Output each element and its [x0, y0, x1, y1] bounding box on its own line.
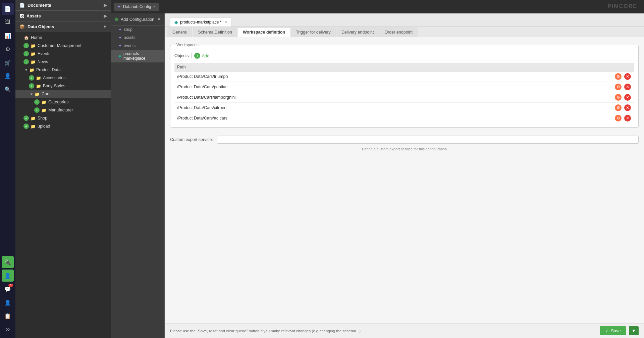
news-add-icon[interactable]: +	[23, 59, 29, 64]
tree-item-categories[interactable]: + 📁 Categories	[15, 98, 111, 106]
tree-item-customer-management[interactable]: + 📁 Customer Management	[15, 42, 111, 50]
save-dropdown-button[interactable]: ▼	[629, 326, 639, 335]
data-objects-panel-header[interactable]: 📦 Data Objects ▼	[15, 21, 111, 32]
settings-nav-icon[interactable]: ⚙	[2, 43, 14, 55]
custom-export-input[interactable]	[217, 136, 639, 144]
bottom-bar-hint: Please use the "Save, reset and clear qu…	[170, 329, 597, 333]
accessories-add-icon[interactable]: +	[29, 75, 34, 81]
icon-sidebar-bottom: 🔌 👤 💬 3 👤 📋 ∞	[2, 256, 14, 338]
workspaces-add-button[interactable]: + Add	[194, 53, 209, 59]
tree-item-label-manufacturer: Manufacturer	[48, 108, 108, 112]
add-config-dropdown-icon[interactable]: ▼	[157, 17, 161, 22]
tree-item-events[interactable]: + 📁 Events	[15, 50, 111, 58]
edit-button-ac-cars[interactable]: ⚙	[615, 115, 622, 122]
export-hint: Define a custom export service for this …	[170, 146, 639, 154]
datahub-config-tab[interactable]: ✦ Datahub Config ×	[114, 3, 159, 11]
tree-item-manufacturer[interactable]: + 📁 Manufacturer	[15, 106, 111, 114]
workspaces-toolbar: Objects + Add	[174, 51, 634, 60]
home-expander	[18, 35, 23, 40]
assets-header-icon: 🖼	[19, 13, 24, 18]
left-panel: 📄 Documents ▶ 🖼 Assets ▶ 📦 Data Objects …	[15, 0, 111, 338]
integrations-icon[interactable]: ∞	[2, 323, 14, 335]
tree-item-label-cars: Cars	[42, 92, 108, 96]
tree-item-label-upload: upload	[38, 124, 108, 129]
tree-item-home[interactable]: 🏠 Home	[15, 34, 111, 42]
tree-item-shop[interactable]: + 📁 Shop	[15, 114, 111, 122]
edit-button-citroen[interactable]: ⚙	[615, 104, 622, 111]
users-nav-icon[interactable]: 👤	[2, 70, 14, 82]
account-icon[interactable]: 👤	[2, 296, 14, 308]
delete-button-lamborghini[interactable]: ✕	[624, 94, 631, 101]
assets-config-icon: ✦	[118, 35, 122, 40]
tree-item-label-events: Events	[38, 51, 108, 56]
save-button[interactable]: ✓ Save	[600, 326, 626, 335]
search-nav-icon[interactable]: 🔍	[2, 83, 14, 95]
accessories-folder-icon: 📁	[36, 75, 42, 81]
tab-order-endpoint[interactable]: Order endpoint	[379, 27, 417, 37]
tree-item-cars[interactable]: ▼ 📁 Cars	[15, 90, 111, 98]
shop-add-icon[interactable]: +	[23, 115, 29, 121]
documents-panel-header[interactable]: 📄 Documents ▶	[15, 0, 111, 11]
products-config-icon: ◆	[118, 54, 121, 58]
config-item-assets[interactable]: ✦ assets	[111, 34, 164, 42]
tab-general[interactable]: General	[167, 27, 192, 37]
edit-button-triumph[interactable]: ⚙	[615, 73, 622, 80]
events-add-icon[interactable]: +	[23, 51, 29, 56]
plugin-icon[interactable]: 🔌	[2, 256, 14, 268]
actions-column-header	[611, 63, 634, 71]
products-tab-close[interactable]: ×	[225, 20, 227, 25]
customer-management-folder-icon: 📁	[30, 43, 36, 49]
shop-folder-icon: 📁	[30, 115, 36, 121]
reports-icon[interactable]: 📋	[2, 310, 14, 322]
assets-panel-header[interactable]: 🖼 Assets ▶	[15, 11, 111, 21]
analytics-nav-icon[interactable]: 📊	[2, 30, 14, 42]
product-data-folder-icon: 📁	[29, 67, 35, 73]
actions-cell-lamborghini: ⚙ ✕	[611, 92, 634, 103]
products-marketplace-tab[interactable]: ◆ products-marketplace * ×	[170, 17, 231, 27]
categories-add-icon[interactable]: +	[34, 99, 40, 105]
tree-item-news[interactable]: + 📁 News	[15, 58, 111, 66]
documents-nav-icon[interactable]: 📄	[2, 3, 14, 15]
customer-management-add-icon[interactable]: +	[23, 43, 29, 48]
products-config-label: products-marketplace	[123, 51, 161, 61]
bottom-bar: Please use the "Save, reset and clear qu…	[165, 323, 644, 338]
cart-nav-icon[interactable]: 🛒	[2, 56, 14, 68]
upload-add-icon[interactable]: +	[23, 124, 29, 129]
assets-nav-icon[interactable]: 🖼	[2, 16, 14, 28]
body-styles-add-icon[interactable]: +	[29, 83, 34, 89]
save-button-label: Save	[611, 328, 621, 333]
manufacturer-add-icon[interactable]: +	[34, 107, 40, 113]
tab-schema-definition[interactable]: Schema Definition	[193, 27, 237, 37]
tree-item-product-data[interactable]: ▼ 📁 Product Data	[15, 66, 111, 74]
user-profile-icon[interactable]: 👤	[2, 270, 14, 282]
delete-button-citroen[interactable]: ✕	[624, 104, 631, 111]
add-config-plus-icon: ⊕	[114, 16, 119, 22]
actions-container-ac-cars: ⚙ ✕	[614, 115, 632, 122]
tree-item-body-styles[interactable]: + 📁 Body-Styles	[15, 82, 111, 90]
actions-container-citroen: ⚙ ✕	[614, 104, 632, 111]
delete-button-ac-cars[interactable]: ✕	[624, 115, 631, 122]
datahub-tab-close[interactable]: ×	[153, 4, 155, 9]
tree-item-label-product-data: Product Data	[36, 67, 108, 72]
shop-config-icon: ✦	[118, 27, 122, 32]
messages-icon[interactable]: 💬 3	[2, 283, 14, 295]
tab-trigger-for-delivery[interactable]: Trigger for delivery	[291, 27, 336, 37]
path-cell-pontiac: /Product Data/Cars/pontiac	[174, 82, 611, 92]
config-item-events[interactable]: ✦ events	[111, 42, 164, 50]
custom-export-label: Custom export service:	[170, 137, 213, 142]
edit-button-pontiac[interactable]: ⚙	[615, 84, 622, 90]
config-item-shop[interactable]: ✦ shop	[111, 26, 164, 34]
tree-item-label-news: News	[38, 59, 108, 64]
tab-workspace-definition[interactable]: Workspace definition	[238, 27, 290, 37]
config-item-products-marketplace[interactable]: ◆ products-marketplace	[111, 50, 164, 62]
delete-button-pontiac[interactable]: ✕	[624, 84, 631, 90]
tab-delivery-endpoint[interactable]: Delivery endpoint	[336, 27, 379, 37]
edit-button-lamborghini[interactable]: ⚙	[615, 94, 622, 101]
upload-folder-icon: 📁	[30, 123, 36, 129]
add-configuration-button[interactable]: ⊕ Add Configuration ▼	[111, 13, 164, 26]
tree-item-upload[interactable]: + 📁 upload	[15, 122, 111, 130]
tree-item-accessories[interactable]: + 📁 Accessories	[15, 74, 111, 82]
delete-button-triumph[interactable]: ✕	[624, 73, 631, 80]
actions-cell-ac-cars: ⚙ ✕	[611, 113, 634, 124]
objects-tab-label[interactable]: Objects	[174, 53, 189, 58]
